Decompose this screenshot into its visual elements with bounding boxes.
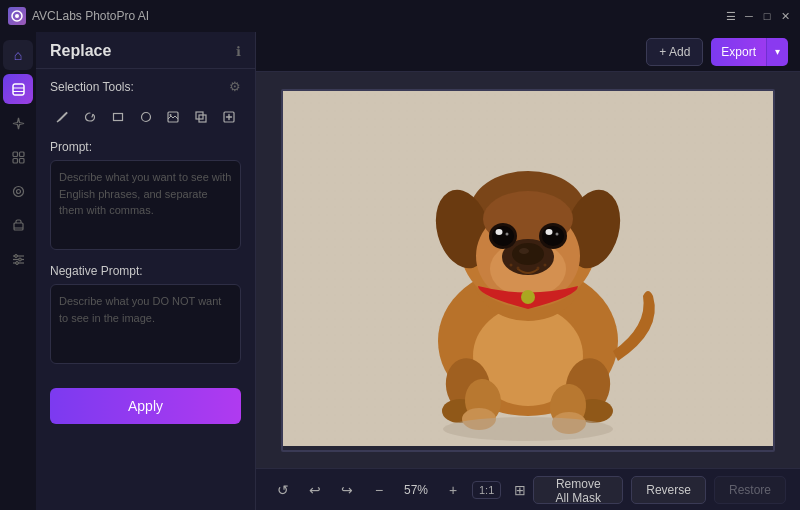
- svg-point-59: [556, 232, 559, 235]
- svg-line-19: [92, 115, 93, 118]
- svg-point-53: [492, 226, 514, 246]
- canvas-area: + Add Export ▾: [256, 32, 800, 510]
- add-tool-icon[interactable]: [217, 104, 241, 130]
- svg-rect-5: [13, 152, 18, 157]
- selection-tools-header: Selection Tools: ⚙: [36, 69, 255, 100]
- reverse-button[interactable]: Reverse: [631, 476, 706, 504]
- svg-point-55: [506, 232, 509, 235]
- zoom-in-button[interactable]: +: [440, 477, 466, 503]
- nav-brush-icon[interactable]: [3, 176, 33, 206]
- nav-sliders-icon[interactable]: [3, 244, 33, 274]
- export-button[interactable]: Export: [711, 38, 766, 66]
- svg-point-64: [544, 263, 547, 266]
- prompt-label: Prompt:: [50, 140, 241, 154]
- svg-point-54: [496, 229, 503, 235]
- svg-rect-8: [19, 158, 24, 163]
- title-bar: AVCLabs PhotoPro AI ☰ ─ □ ✕: [0, 0, 800, 32]
- zoom-percent: 57%: [398, 483, 434, 497]
- svg-rect-11: [14, 223, 23, 230]
- canvas-border: [281, 89, 775, 452]
- negative-prompt-label: Negative Prompt:: [50, 264, 241, 278]
- svg-point-51: [519, 248, 529, 254]
- svg-point-17: [18, 258, 21, 261]
- gear-icon[interactable]: ⚙: [229, 79, 241, 94]
- negative-prompt-section: Negative Prompt:: [36, 264, 255, 378]
- prompt-textarea[interactable]: [50, 160, 241, 250]
- svg-point-10: [16, 189, 20, 193]
- nav-layers-icon[interactable]: [3, 74, 33, 104]
- svg-point-58: [546, 229, 553, 235]
- zoom-out-button[interactable]: −: [366, 477, 392, 503]
- close-button[interactable]: ✕: [778, 9, 792, 23]
- svg-point-9: [13, 186, 23, 196]
- svg-point-50: [512, 243, 544, 265]
- title-bar-controls: ☰ ─ □ ✕: [724, 9, 792, 23]
- menu-button[interactable]: ☰: [724, 9, 738, 23]
- bottom-toolbar: ↺ ↩ ↪ − 57% + 1:1 ⊞ Remove All Mask Reve…: [256, 468, 800, 510]
- export-group: Export ▾: [711, 38, 788, 66]
- undo-button[interactable]: ↺: [270, 477, 296, 503]
- main-layout: ⌂: [0, 32, 800, 510]
- image-select-tool-icon[interactable]: [161, 104, 185, 130]
- svg-point-63: [537, 266, 540, 269]
- sidebar-header: Replace ℹ: [36, 32, 255, 69]
- circle-tool-icon[interactable]: [134, 104, 158, 130]
- zoom-1to1[interactable]: 1:1: [472, 481, 501, 499]
- svg-point-61: [510, 263, 513, 266]
- lasso-tool-icon[interactable]: [78, 104, 102, 130]
- svg-rect-6: [19, 152, 24, 157]
- svg-rect-2: [13, 84, 24, 95]
- prompt-section: Prompt:: [36, 140, 255, 264]
- nav-magic-icon[interactable]: [3, 108, 33, 138]
- export-dropdown-button[interactable]: ▾: [766, 38, 788, 66]
- image-canvas: [256, 72, 800, 468]
- negative-prompt-textarea[interactable]: [50, 284, 241, 364]
- nav-stamp-icon[interactable]: [3, 210, 33, 240]
- nav-home-icon[interactable]: ⌂: [3, 40, 33, 70]
- svg-point-65: [443, 417, 613, 441]
- minimize-button[interactable]: ─: [742, 9, 756, 23]
- svg-point-21: [141, 113, 150, 122]
- zoom-controls: ↺ ↩ ↪ − 57% + 1:1 ⊞: [270, 477, 533, 503]
- svg-rect-20: [113, 114, 122, 121]
- exclude-tool-icon[interactable]: [189, 104, 213, 130]
- rect-tool-icon[interactable]: [106, 104, 130, 130]
- sidebar-title: Replace: [50, 42, 111, 60]
- svg-rect-7: [13, 158, 18, 163]
- puppy-image: [283, 91, 773, 446]
- top-toolbar: + Add Export ▾: [256, 32, 800, 72]
- undo2-button[interactable]: ↩: [302, 477, 328, 503]
- svg-point-16: [14, 254, 17, 257]
- restore-button[interactable]: Restore: [714, 476, 786, 504]
- title-bar-left: AVCLabs PhotoPro AI: [8, 7, 149, 25]
- fit-to-window-button[interactable]: ⊞: [507, 477, 533, 503]
- svg-point-1: [15, 14, 19, 18]
- svg-point-57: [542, 226, 564, 246]
- selection-tools-label: Selection Tools:: [50, 80, 134, 94]
- tool-icons-row: [36, 100, 255, 140]
- svg-point-60: [521, 290, 535, 304]
- app-icon: [8, 7, 26, 25]
- nav-grid-icon[interactable]: [3, 142, 33, 172]
- maximize-button[interactable]: □: [760, 9, 774, 23]
- svg-point-18: [15, 261, 18, 264]
- svg-point-23: [170, 114, 172, 116]
- svg-point-62: [517, 266, 520, 269]
- pen-tool-icon[interactable]: [50, 104, 74, 130]
- app-title: AVCLabs PhotoPro AI: [32, 9, 149, 23]
- remove-all-mask-button[interactable]: Remove All Mask: [533, 476, 623, 504]
- action-buttons: Remove All Mask Reverse Restore: [533, 476, 786, 504]
- apply-button[interactable]: Apply: [50, 388, 241, 424]
- add-button[interactable]: + Add: [646, 38, 703, 66]
- info-icon[interactable]: ℹ: [236, 44, 241, 59]
- sidebar: Replace ℹ Selection Tools: ⚙: [36, 32, 256, 510]
- redo-button[interactable]: ↪: [334, 477, 360, 503]
- icon-nav: ⌂: [0, 32, 36, 510]
